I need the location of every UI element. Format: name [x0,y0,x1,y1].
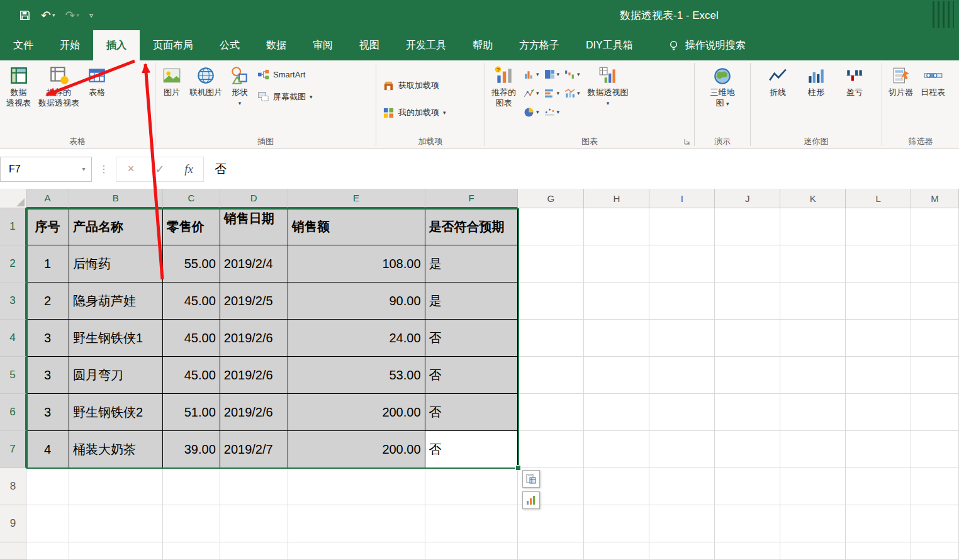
cell[interactable] [780,394,846,431]
cell-e2[interactable]: 108.00 [288,245,425,283]
cell[interactable] [518,245,584,283]
cell[interactable] [288,542,425,560]
column-header-i[interactable]: I [649,189,715,208]
cell[interactable] [649,542,715,560]
cell[interactable] [846,208,911,245]
cell-a3[interactable]: 2 [26,283,69,320]
insert-scatter-chart-button[interactable]: ▾ [524,88,539,99]
cell[interactable] [518,542,584,560]
cell-c3[interactable]: 45.00 [163,283,220,320]
cell-b3[interactable]: 隐身葫芦娃 [69,283,163,320]
column-header-e[interactable]: E [288,189,425,208]
cell[interactable] [780,357,846,394]
cell[interactable] [715,394,780,431]
cell[interactable] [518,208,584,245]
cell-e7[interactable]: 200.00 [288,431,425,468]
smartart-button[interactable]: SmartArt [254,66,317,83]
insert-combo-chart-button[interactable]: ▾ [564,88,580,99]
cell-f5[interactable]: 否 [425,357,519,394]
cell[interactable] [649,357,715,394]
cell[interactable] [715,245,780,283]
cell[interactable] [69,468,163,505]
cell-a1[interactable]: 序号 [26,208,69,245]
cell-d4[interactable]: 2019/2/6 [220,320,288,357]
cell-f7-active[interactable]: 否 [425,431,519,468]
cell-d3[interactable]: 2019/2/5 [220,283,288,320]
redo-button[interactable]: ↷▾ [61,5,82,25]
row-header-4[interactable]: 4 [0,320,26,357]
cell-d2[interactable]: 2019/2/4 [220,245,288,283]
column-header-f[interactable]: F [425,189,519,208]
redo-caret-icon[interactable]: ▾ [76,12,79,18]
cell[interactable] [518,394,584,431]
cell[interactable] [26,542,69,560]
column-header-d[interactable]: D [220,189,288,208]
cell-f4[interactable]: 否 [425,320,519,357]
cell[interactable] [780,283,846,320]
get-addins-button[interactable]: 获取加载项 [379,77,450,94]
cell[interactable] [649,208,715,245]
column-header-b[interactable]: B [69,189,163,208]
shapes-button[interactable]: 形状 ▾ [226,62,254,136]
cell[interactable] [163,505,220,542]
row-header-2[interactable]: 2 [0,245,26,283]
cell[interactable] [26,468,69,505]
cell[interactable] [911,245,959,283]
cell-a2[interactable]: 1 [26,245,69,283]
cell[interactable] [846,357,911,394]
cell[interactable] [584,320,649,357]
cell[interactable] [715,320,780,357]
cell[interactable] [163,542,220,560]
formula-input[interactable]: 否 [215,161,227,177]
tab-home[interactable]: 开始 [47,30,93,60]
cell-b1[interactable]: 产品名称 [69,208,163,245]
customize-qat-button[interactable]: ▿ [86,5,97,25]
undo-button[interactable]: ↶▾ [37,5,59,25]
cell[interactable] [846,245,911,283]
picture-button[interactable]: 图片 [158,62,186,136]
cell[interactable] [715,357,780,394]
column-header-k[interactable]: K [780,189,846,208]
cell[interactable] [220,505,288,542]
cell[interactable] [649,283,715,320]
column-header-g[interactable]: G [518,189,584,208]
tab-insert[interactable]: 插入 [93,30,140,60]
name-box-caret-icon[interactable]: ▾ [76,165,91,172]
column-header-m[interactable]: M [911,189,959,208]
cell[interactable] [584,208,649,245]
cell[interactable] [780,468,846,505]
cell-b6[interactable]: 野生钢铁侠2 [69,394,163,431]
cell-c1[interactable]: 零售价 [163,208,220,245]
select-all-corner[interactable] [0,189,26,208]
row-header-6[interactable]: 6 [0,394,26,431]
tab-page-layout[interactable]: 页面布局 [140,30,206,60]
cell-b4[interactable]: 野生钢铁侠1 [69,320,163,357]
tab-help[interactable]: 帮助 [459,30,506,60]
cell[interactable] [846,542,911,560]
quick-analysis-button[interactable] [522,491,540,509]
cell-e5[interactable]: 53.00 [288,357,425,394]
3d-map-button[interactable]: 三维地 图 ▾ [707,62,739,136]
my-addins-button[interactable]: 我的加载项 ▾ [379,104,450,121]
cell-d5[interactable]: 2019/2/6 [220,357,288,394]
cell-d7[interactable]: 2019/2/7 [220,431,288,468]
insert-column-chart-button[interactable]: ▾ [524,69,539,80]
cell[interactable] [584,357,649,394]
cell[interactable] [649,468,715,505]
screenshot-button[interactable]: 屏幕截图 ▾ [254,88,317,105]
cell[interactable] [911,394,959,431]
cell[interactable] [584,394,649,431]
cell-c2[interactable]: 55.00 [163,245,220,283]
tab-formulas[interactable]: 公式 [206,30,253,60]
cell[interactable] [584,245,649,283]
cell[interactable] [846,320,911,357]
cell[interactable] [163,468,220,505]
cell-f6[interactable]: 否 [425,394,519,431]
cell[interactable] [911,320,959,357]
cell-a5[interactable]: 3 [26,357,69,394]
row-header-7[interactable]: 7 [0,431,26,468]
cell[interactable] [425,505,519,542]
column-header-a[interactable]: A [26,189,69,208]
tell-me-search[interactable]: 操作说明搜索 [668,30,746,60]
cell[interactable] [715,468,780,505]
